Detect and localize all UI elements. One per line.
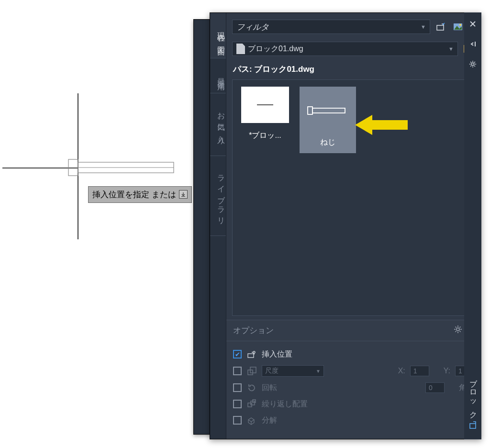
options-title: オプション: [233, 325, 274, 336]
command-prompt: 挿入位置を指定 または: [88, 186, 192, 203]
explode-icon: [246, 415, 257, 426]
option-explode: 分解: [233, 412, 474, 428]
side-tab-strip: 現在の図面 最近使用 お気に入り ライブラリ: [210, 13, 226, 439]
panel-body: フィルタ ▼ ▼: [226, 13, 481, 439]
option-repeat: 繰り返し配置: [233, 396, 474, 412]
options-header[interactable]: オプション ▼: [226, 320, 481, 341]
svg-point-27: [253, 351, 255, 353]
file-name: ブロック01.dwg: [248, 44, 303, 54]
tab-current-drawing[interactable]: 現在の図面: [210, 13, 226, 58]
svg-rect-2: [68, 159, 78, 176]
gear-icon[interactable]: [454, 325, 462, 336]
dropdown-icon[interactable]: [179, 190, 188, 199]
collapse-icon[interactable]: [468, 39, 478, 49]
tab-favorites[interactable]: お気に入り: [210, 93, 226, 156]
rotation-label: 回転: [262, 383, 277, 393]
option-scale: 尺度 ▼ X: 1 Y: 1: [233, 362, 474, 380]
insert-point-checkbox[interactable]: [233, 350, 242, 358]
gear-icon[interactable]: [468, 59, 478, 69]
option-insert-point: 挿入位置: [233, 346, 474, 362]
explode-label: 分解: [262, 415, 277, 426]
scale-x-label: X:: [398, 367, 405, 375]
filter-combo[interactable]: フィルタ ▼: [232, 20, 430, 34]
svg-rect-26: [248, 354, 254, 358]
palette-title: ブロック: [468, 374, 478, 416]
chevron-down-icon: ▼: [316, 369, 321, 374]
scale-combo[interactable]: 尺度 ▼: [262, 365, 324, 377]
svg-line-45: [474, 62, 475, 63]
svg-line-22: [456, 327, 457, 328]
scale-checkbox[interactable]: [233, 367, 242, 375]
drawing-canvas[interactable]: [0, 0, 196, 448]
close-icon[interactable]: [468, 19, 478, 29]
block-insert-icon[interactable]: [468, 420, 478, 430]
chevron-down-icon: ▼: [421, 24, 426, 30]
filter-placeholder: フィルタ: [236, 22, 269, 33]
thumbnail-label: ねじ: [302, 137, 353, 147]
sync-icon[interactable]: [434, 20, 447, 34]
svg-point-17: [457, 328, 459, 331]
tab-recent[interactable]: 最近使用: [210, 58, 226, 93]
command-prompt-text: 挿入位置を指定 または: [92, 189, 176, 200]
svg-rect-6: [437, 25, 444, 30]
svg-line-42: [470, 62, 471, 63]
rotation-checkbox[interactable]: [233, 383, 242, 392]
repeat-checkbox[interactable]: [233, 400, 242, 408]
options-section: オプション ▼ 挿入位置: [226, 320, 481, 439]
chevron-down-icon: ▼: [448, 46, 454, 52]
svg-rect-15: [308, 107, 312, 114]
svg-rect-46: [470, 424, 476, 428]
tab-library[interactable]: ライブラリ: [210, 156, 226, 236]
svg-line-43: [474, 66, 475, 67]
svg-point-9: [459, 24, 461, 26]
image-placeholder-icon[interactable]: [451, 20, 465, 34]
option-rotation: 回転 0 角度: [233, 380, 474, 396]
insert-point-icon: [246, 349, 257, 359]
scale-label: 尺度: [265, 367, 278, 375]
thumbnail-screw[interactable]: ねじ: [300, 87, 356, 153]
insert-point-label: 挿入位置: [262, 349, 292, 359]
right-icon-strip: ブロック: [464, 12, 481, 439]
rotation-input[interactable]: 0: [425, 382, 445, 393]
scale-y-label: Y:: [444, 367, 450, 375]
svg-point-37: [471, 63, 474, 65]
thumbnail-area: *ブロッ... ねじ: [232, 79, 475, 316]
block-palette: 現在の図面 最近使用 お気に入り ライブラリ フィルタ ▼: [210, 12, 481, 439]
svg-line-25: [460, 327, 461, 328]
svg-line-44: [470, 66, 471, 67]
repeat-icon: [246, 399, 257, 409]
thumbnail-block[interactable]: *ブロッ...: [239, 87, 291, 141]
svg-rect-16: [312, 108, 345, 113]
rotate-icon: [246, 382, 257, 393]
file-icon: [236, 44, 245, 54]
thumbnail-label: *ブロッ...: [239, 131, 291, 141]
scale-x-input[interactable]: 1: [410, 366, 429, 376]
svg-line-23: [460, 331, 461, 332]
scale-icon: [246, 366, 257, 376]
repeat-label: 繰り返し配置: [262, 399, 308, 409]
svg-rect-5: [181, 196, 185, 197]
explode-checkbox[interactable]: [233, 416, 242, 425]
file-combo[interactable]: ブロック01.dwg ▼: [232, 42, 458, 56]
path-label: パス: ブロック01.dwg: [226, 60, 481, 78]
svg-line-24: [456, 331, 457, 332]
